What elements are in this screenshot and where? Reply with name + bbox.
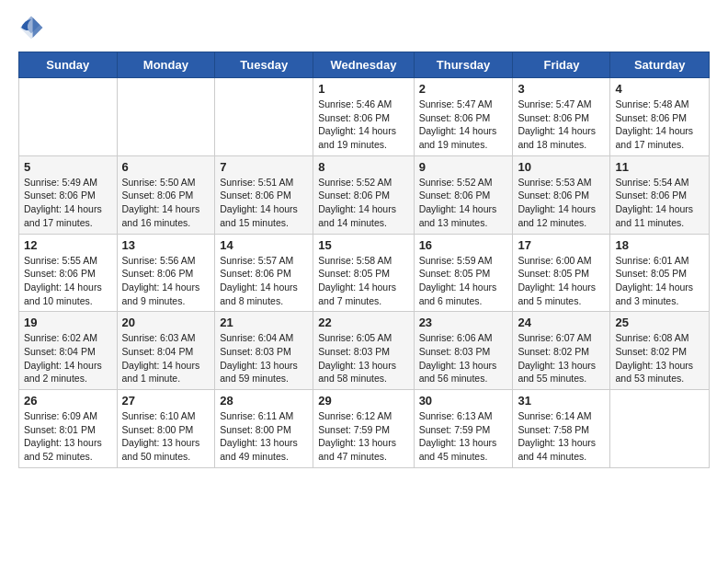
- day-cell: 7Sunrise: 5:51 AM Sunset: 8:06 PM Daylig…: [215, 155, 313, 234]
- day-info: Sunrise: 5:49 AM Sunset: 8:06 PM Dayligh…: [24, 176, 112, 230]
- day-info: Sunrise: 5:55 AM Sunset: 8:06 PM Dayligh…: [24, 254, 112, 308]
- day-info: Sunrise: 6:00 AM Sunset: 8:05 PM Dayligh…: [518, 254, 605, 308]
- day-number: 5: [24, 160, 112, 174]
- day-cell: 27Sunrise: 6:10 AM Sunset: 8:00 PM Dayli…: [117, 390, 215, 468]
- day-number: 26: [24, 394, 112, 408]
- weekday-header-tuesday: Tuesday: [215, 52, 313, 78]
- day-cell: 2Sunrise: 5:47 AM Sunset: 8:06 PM Daylig…: [414, 78, 513, 156]
- day-cell: 22Sunrise: 6:05 AM Sunset: 8:03 PM Dayli…: [313, 312, 414, 390]
- day-number: 30: [419, 394, 508, 408]
- weekday-header-sunday: Sunday: [19, 52, 118, 78]
- header: [18, 15, 710, 40]
- day-cell: 24Sunrise: 6:07 AM Sunset: 8:02 PM Dayli…: [513, 312, 610, 390]
- day-info: Sunrise: 5:51 AM Sunset: 8:06 PM Dayligh…: [220, 176, 308, 230]
- day-info: Sunrise: 6:01 AM Sunset: 8:05 PM Dayligh…: [615, 254, 704, 308]
- day-cell: [19, 78, 118, 156]
- day-number: 7: [220, 160, 308, 174]
- logo-icon: [18, 15, 44, 40]
- day-info: Sunrise: 5:54 AM Sunset: 8:06 PM Dayligh…: [615, 176, 704, 230]
- day-info: Sunrise: 6:08 AM Sunset: 8:02 PM Dayligh…: [615, 331, 704, 385]
- weekday-header-saturday: Saturday: [610, 52, 710, 78]
- day-info: Sunrise: 5:53 AM Sunset: 8:06 PM Dayligh…: [518, 176, 605, 230]
- weekday-header-thursday: Thursday: [414, 52, 513, 78]
- day-number: 23: [419, 316, 508, 329]
- day-cell: [610, 390, 710, 468]
- day-number: 13: [122, 238, 210, 252]
- day-cell: 11Sunrise: 5:54 AM Sunset: 8:06 PM Dayli…: [610, 155, 710, 234]
- day-cell: 10Sunrise: 5:53 AM Sunset: 8:06 PM Dayli…: [513, 155, 610, 234]
- weekday-header-friday: Friday: [513, 52, 610, 78]
- weekday-header-row: SundayMondayTuesdayWednesdayThursdayFrid…: [19, 52, 710, 78]
- week-row-2: 5Sunrise: 5:49 AM Sunset: 8:06 PM Daylig…: [19, 155, 710, 234]
- day-number: 8: [318, 160, 408, 174]
- day-number: 24: [518, 316, 605, 329]
- day-number: 6: [122, 160, 210, 174]
- week-row-1: 1Sunrise: 5:46 AM Sunset: 8:06 PM Daylig…: [19, 78, 710, 156]
- page: SundayMondayTuesdayWednesdayThursdayFrid…: [0, 0, 728, 483]
- day-cell: 31Sunrise: 6:14 AM Sunset: 7:58 PM Dayli…: [513, 390, 610, 468]
- day-info: Sunrise: 6:11 AM Sunset: 8:00 PM Dayligh…: [220, 409, 308, 464]
- day-info: Sunrise: 6:04 AM Sunset: 8:03 PM Dayligh…: [220, 331, 308, 385]
- week-row-3: 12Sunrise: 5:55 AM Sunset: 8:06 PM Dayli…: [19, 234, 710, 312]
- day-number: 22: [318, 316, 408, 329]
- day-cell: [117, 78, 215, 156]
- day-info: Sunrise: 6:05 AM Sunset: 8:03 PM Dayligh…: [318, 331, 408, 385]
- day-info: Sunrise: 5:50 AM Sunset: 8:06 PM Dayligh…: [122, 176, 210, 230]
- day-cell: 17Sunrise: 6:00 AM Sunset: 8:05 PM Dayli…: [513, 234, 610, 312]
- day-cell: 16Sunrise: 5:59 AM Sunset: 8:05 PM Dayli…: [414, 234, 513, 312]
- day-number: 16: [419, 238, 508, 252]
- day-cell: 28Sunrise: 6:11 AM Sunset: 8:00 PM Dayli…: [215, 390, 313, 468]
- day-number: 15: [318, 238, 408, 252]
- day-info: Sunrise: 5:57 AM Sunset: 8:06 PM Dayligh…: [220, 254, 308, 308]
- day-info: Sunrise: 5:46 AM Sunset: 8:06 PM Dayligh…: [318, 98, 408, 152]
- day-number: 29: [318, 394, 408, 408]
- day-cell: 30Sunrise: 6:13 AM Sunset: 7:59 PM Dayli…: [414, 390, 513, 468]
- day-info: Sunrise: 5:52 AM Sunset: 8:06 PM Dayligh…: [419, 176, 508, 230]
- day-info: Sunrise: 6:02 AM Sunset: 8:04 PM Dayligh…: [24, 331, 112, 385]
- day-cell: 26Sunrise: 6:09 AM Sunset: 8:01 PM Dayli…: [19, 390, 118, 468]
- day-info: Sunrise: 5:47 AM Sunset: 8:06 PM Dayligh…: [419, 98, 508, 152]
- day-number: 3: [518, 82, 605, 96]
- logo: [18, 15, 50, 40]
- day-cell: 5Sunrise: 5:49 AM Sunset: 8:06 PM Daylig…: [19, 155, 118, 234]
- day-cell: 3Sunrise: 5:47 AM Sunset: 8:06 PM Daylig…: [513, 78, 610, 156]
- day-number: 4: [615, 82, 704, 96]
- day-cell: 21Sunrise: 6:04 AM Sunset: 8:03 PM Dayli…: [215, 312, 313, 390]
- day-cell: 9Sunrise: 5:52 AM Sunset: 8:06 PM Daylig…: [414, 155, 513, 234]
- day-number: 11: [615, 160, 704, 174]
- day-info: Sunrise: 6:06 AM Sunset: 8:03 PM Dayligh…: [419, 331, 508, 385]
- day-info: Sunrise: 6:12 AM Sunset: 7:59 PM Dayligh…: [318, 409, 408, 464]
- day-number: 21: [220, 316, 308, 329]
- day-cell: 14Sunrise: 5:57 AM Sunset: 8:06 PM Dayli…: [215, 234, 313, 312]
- day-info: Sunrise: 5:59 AM Sunset: 8:05 PM Dayligh…: [419, 254, 508, 308]
- week-row-4: 19Sunrise: 6:02 AM Sunset: 8:04 PM Dayli…: [19, 312, 710, 390]
- day-number: 25: [615, 316, 704, 329]
- day-cell: 8Sunrise: 5:52 AM Sunset: 8:06 PM Daylig…: [313, 155, 414, 234]
- day-number: 9: [419, 160, 508, 174]
- weekday-header-monday: Monday: [117, 52, 215, 78]
- day-number: 18: [615, 238, 704, 252]
- day-cell: 4Sunrise: 5:48 AM Sunset: 8:06 PM Daylig…: [610, 78, 710, 156]
- day-number: 19: [24, 316, 112, 329]
- day-number: 17: [518, 238, 605, 252]
- day-cell: 6Sunrise: 5:50 AM Sunset: 8:06 PM Daylig…: [117, 155, 215, 234]
- day-number: 31: [518, 394, 605, 408]
- day-info: Sunrise: 5:47 AM Sunset: 8:06 PM Dayligh…: [518, 98, 605, 152]
- weekday-header-wednesday: Wednesday: [313, 52, 414, 78]
- day-number: 10: [518, 160, 605, 174]
- day-info: Sunrise: 5:58 AM Sunset: 8:05 PM Dayligh…: [318, 254, 408, 308]
- day-number: 27: [122, 394, 210, 408]
- day-cell: 1Sunrise: 5:46 AM Sunset: 8:06 PM Daylig…: [313, 78, 414, 156]
- day-number: 14: [220, 238, 308, 252]
- day-cell: [215, 78, 313, 156]
- calendar-table: SundayMondayTuesdayWednesdayThursdayFrid…: [18, 52, 710, 468]
- day-number: 1: [318, 82, 408, 96]
- day-cell: 12Sunrise: 5:55 AM Sunset: 8:06 PM Dayli…: [19, 234, 118, 312]
- day-cell: 23Sunrise: 6:06 AM Sunset: 8:03 PM Dayli…: [414, 312, 513, 390]
- day-cell: 20Sunrise: 6:03 AM Sunset: 8:04 PM Dayli…: [117, 312, 215, 390]
- day-cell: 13Sunrise: 5:56 AM Sunset: 8:06 PM Dayli…: [117, 234, 215, 312]
- day-cell: 19Sunrise: 6:02 AM Sunset: 8:04 PM Dayli…: [19, 312, 118, 390]
- day-info: Sunrise: 5:52 AM Sunset: 8:06 PM Dayligh…: [318, 176, 408, 230]
- day-cell: 29Sunrise: 6:12 AM Sunset: 7:59 PM Dayli…: [313, 390, 414, 468]
- day-cell: 25Sunrise: 6:08 AM Sunset: 8:02 PM Dayli…: [610, 312, 710, 390]
